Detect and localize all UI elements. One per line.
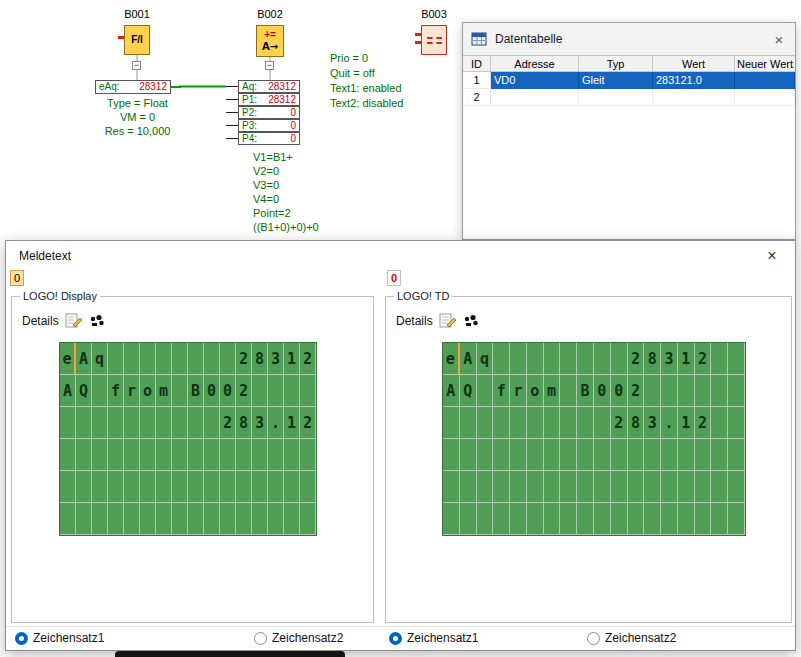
lcd-cell[interactable]: 2 xyxy=(628,375,645,407)
lcd-cell[interactable] xyxy=(92,407,108,439)
lcd-cell[interactable]: 2 xyxy=(300,343,316,375)
lcd-cell[interactable] xyxy=(594,343,611,375)
lcd-cell[interactable] xyxy=(156,343,172,375)
lcd-cell[interactable] xyxy=(460,471,477,503)
lcd-cell[interactable]: q xyxy=(92,343,108,375)
lcd-cell[interactable] xyxy=(460,407,477,439)
lcd-cell[interactable] xyxy=(443,439,460,471)
table-row[interactable]: 2 xyxy=(463,89,795,106)
lcd-cell[interactable] xyxy=(728,503,745,535)
lcd-cell[interactable] xyxy=(711,375,728,407)
block-b001[interactable]: F/I xyxy=(124,25,150,55)
lcd-cell[interactable]: 2 xyxy=(300,407,316,439)
lcd-cell[interactable] xyxy=(76,407,92,439)
lcd-cell[interactable] xyxy=(611,503,628,535)
lcd-cell[interactable] xyxy=(204,503,220,535)
lcd-cell[interactable] xyxy=(661,439,678,471)
lcd-cell[interactable] xyxy=(661,471,678,503)
lcd-cell[interactable] xyxy=(300,471,316,503)
lcd-cell[interactable] xyxy=(60,471,76,503)
cell-neuer-wert[interactable] xyxy=(735,72,795,89)
lcd-cell[interactable]: f xyxy=(493,375,510,407)
lcd-cell[interactable] xyxy=(236,503,252,535)
lcd-cell[interactable] xyxy=(443,407,460,439)
row-selection[interactable] xyxy=(491,89,795,106)
lcd-cell[interactable]: . xyxy=(661,407,678,439)
lcd-cell[interactable] xyxy=(577,343,594,375)
lcd-cell[interactable] xyxy=(711,439,728,471)
datentabelle-close-button[interactable]: × xyxy=(763,23,795,55)
block-b002[interactable]: += A→ xyxy=(256,25,284,57)
lcd-cell[interactable] xyxy=(661,375,678,407)
lcd-cell[interactable] xyxy=(188,407,204,439)
special-characters-icon[interactable] xyxy=(89,313,105,329)
lcd-cell[interactable] xyxy=(510,439,527,471)
lcd-cell[interactable]: 2 xyxy=(220,407,236,439)
lcd-cell[interactable] xyxy=(140,503,156,535)
lcd-cell[interactable] xyxy=(92,375,108,407)
lcd-cell[interactable] xyxy=(560,407,577,439)
lcd-cell[interactable]: 0 xyxy=(594,375,611,407)
lcd-cell[interactable] xyxy=(577,471,594,503)
lcd-cell[interactable] xyxy=(728,439,745,471)
lcd-cell[interactable]: 2 xyxy=(236,343,252,375)
dialog-close-button[interactable]: × xyxy=(761,245,783,267)
lcd-cell[interactable] xyxy=(268,439,284,471)
lcd-cell[interactable] xyxy=(477,471,494,503)
lcd-cell[interactable] xyxy=(711,471,728,503)
lcd-cell[interactable] xyxy=(140,343,156,375)
lcd-cell[interactable]: 0 xyxy=(204,375,220,407)
lcd-cell[interactable] xyxy=(124,439,140,471)
lcd-cell[interactable] xyxy=(711,503,728,535)
lcd-cell[interactable] xyxy=(527,471,544,503)
lcd-cell[interactable] xyxy=(172,471,188,503)
lcd-cell[interactable] xyxy=(661,503,678,535)
lcd-cell[interactable] xyxy=(124,407,140,439)
lcd-cell[interactable] xyxy=(188,503,204,535)
lcd-cell[interactable]: B xyxy=(188,375,204,407)
lcd-cell[interactable] xyxy=(172,375,188,407)
lcd-cell[interactable] xyxy=(544,503,561,535)
lcd-cell[interactable] xyxy=(60,407,76,439)
lcd-cell[interactable]: Q xyxy=(460,375,477,407)
lcd-cell[interactable] xyxy=(510,503,527,535)
lcd-cell[interactable] xyxy=(140,471,156,503)
lcd-cell[interactable] xyxy=(728,407,745,439)
lcd-cell[interactable] xyxy=(493,407,510,439)
lcd-cell[interactable] xyxy=(220,503,236,535)
lcd-cell[interactable] xyxy=(204,407,220,439)
lcd-cell[interactable] xyxy=(92,439,108,471)
lcd-cell[interactable] xyxy=(510,407,527,439)
column-header-wert[interactable]: Wert xyxy=(653,56,735,71)
column-header-adresse[interactable]: Adresse xyxy=(491,56,579,71)
cell-neuer-wert[interactable] xyxy=(735,89,795,106)
b002-input-p3[interactable]: P3: 0 xyxy=(238,119,300,132)
lcd-cell[interactable] xyxy=(236,471,252,503)
lcd-cell[interactable]: 1 xyxy=(284,407,300,439)
lcd-cell[interactable]: A xyxy=(76,343,92,375)
lcd-cell[interactable] xyxy=(594,407,611,439)
lcd-cell[interactable] xyxy=(140,439,156,471)
lcd-cell[interactable] xyxy=(460,439,477,471)
lcd-cell[interactable] xyxy=(678,471,695,503)
lcd-cell[interactable] xyxy=(188,343,204,375)
lcd-cell[interactable] xyxy=(108,471,124,503)
lcd-cell[interactable] xyxy=(678,503,695,535)
cell-adresse[interactable]: VD0 xyxy=(491,72,579,89)
lcd-cell[interactable]: e xyxy=(443,343,460,375)
lcd-cell[interactable] xyxy=(510,471,527,503)
lcd-cell[interactable] xyxy=(560,343,577,375)
lcd-cell[interactable] xyxy=(156,439,172,471)
lcd-cell[interactable] xyxy=(284,375,300,407)
lcd-cell[interactable] xyxy=(560,503,577,535)
lcd-cell[interactable] xyxy=(728,375,745,407)
lcd-cell[interactable]: B xyxy=(577,375,594,407)
radio-button[interactable] xyxy=(389,632,402,645)
lcd-cell[interactable] xyxy=(695,439,712,471)
lcd-cell[interactable] xyxy=(108,343,124,375)
lcd-cell[interactable]: 3 xyxy=(252,407,268,439)
lcd-cell[interactable] xyxy=(628,471,645,503)
lcd-cell[interactable]: 8 xyxy=(644,343,661,375)
lcd-cell[interactable] xyxy=(644,503,661,535)
lcd-cell[interactable] xyxy=(140,407,156,439)
